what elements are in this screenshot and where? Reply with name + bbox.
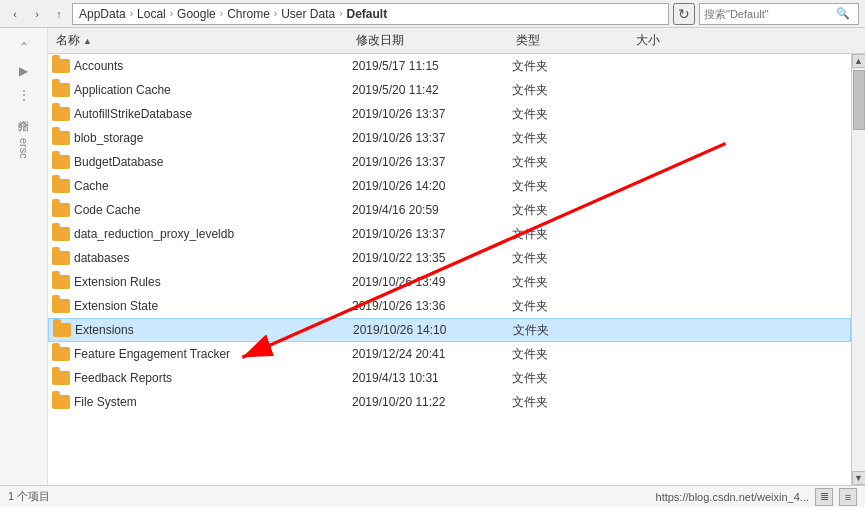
col-header-name[interactable]: 名称 ▲ bbox=[52, 32, 352, 49]
file-type: 文件夹 bbox=[512, 346, 632, 363]
file-name: BudgetDatabase bbox=[74, 155, 352, 169]
view-list-btn[interactable]: ≡ bbox=[839, 488, 857, 506]
folder-icon bbox=[52, 299, 70, 313]
search-box[interactable]: 🔍 bbox=[699, 3, 859, 25]
up-button[interactable]: ↑ bbox=[50, 5, 68, 23]
status-bar: 1 个项目 https://blog.csdn.net/weixin_4... … bbox=[0, 485, 865, 507]
file-list[interactable]: Accounts2019/5/17 11:15文件夹Application Ca… bbox=[48, 54, 851, 485]
table-row[interactable]: File System2019/10/20 11:22文件夹 bbox=[48, 390, 851, 414]
table-row[interactable]: Feedback Reports2019/4/13 10:31文件夹 bbox=[48, 366, 851, 390]
table-row[interactable]: AutofillStrikeDatabase2019/10/26 13:37文件… bbox=[48, 102, 851, 126]
breadcrumb-segment-current: Default bbox=[347, 7, 388, 21]
table-row[interactable]: data_reduction_proxy_leveldb2019/10/26 1… bbox=[48, 222, 851, 246]
col-header-size[interactable]: 大小 bbox=[632, 32, 712, 49]
table-row[interactable]: BudgetDatabase2019/10/26 13:37文件夹 bbox=[48, 150, 851, 174]
file-type: 文件夹 bbox=[512, 58, 632, 75]
file-type: 文件夹 bbox=[512, 154, 632, 171]
folder-icon bbox=[52, 179, 70, 193]
table-row[interactable]: Feature Engagement Tracker2019/12/24 20:… bbox=[48, 342, 851, 366]
sidebar-pin2-btn[interactable]: ⋮ bbox=[6, 84, 42, 106]
table-row[interactable]: Code Cache2019/4/16 20:59文件夹 bbox=[48, 198, 851, 222]
file-type: 文件夹 bbox=[512, 298, 632, 315]
search-input[interactable] bbox=[704, 8, 834, 20]
folder-icon bbox=[52, 107, 70, 121]
file-date: 2019/10/26 14:10 bbox=[353, 323, 513, 337]
forward-button[interactable]: › bbox=[28, 5, 46, 23]
file-name: Feedback Reports bbox=[74, 371, 352, 385]
folder-icon bbox=[52, 203, 70, 217]
breadcrumb-segment-chrome: Chrome bbox=[227, 7, 270, 21]
breadcrumb-segment: User Data bbox=[281, 7, 335, 21]
refresh-button[interactable]: ↻ bbox=[673, 3, 695, 25]
file-date: 2019/10/22 13:35 bbox=[352, 251, 512, 265]
left-sidebar: ⌃ ▶ ⋮ 介绍 c ersc bbox=[0, 28, 48, 485]
folder-icon bbox=[52, 251, 70, 265]
file-date: 2019/10/26 13:36 bbox=[352, 299, 512, 313]
file-list-container: Accounts2019/5/17 11:15文件夹Application Ca… bbox=[48, 54, 865, 485]
scrollbar[interactable]: ▲ ▼ bbox=[851, 54, 865, 485]
folder-icon bbox=[52, 59, 70, 73]
breadcrumb: AppData › Local › Google › Chrome › User… bbox=[72, 3, 669, 25]
search-icon: 🔍 bbox=[836, 7, 850, 20]
table-row[interactable]: Extension State2019/10/26 13:36文件夹 bbox=[48, 294, 851, 318]
table-row[interactable]: Extension Rules2019/10/26 13:49文件夹 bbox=[48, 270, 851, 294]
file-type: 文件夹 bbox=[513, 322, 633, 339]
file-date: 2019/10/26 13:49 bbox=[352, 275, 512, 289]
table-row[interactable]: Application Cache2019/5/20 11:42文件夹 bbox=[48, 78, 851, 102]
sidebar-label-intro: 介绍 bbox=[14, 108, 33, 116]
file-date: 2019/10/26 13:37 bbox=[352, 131, 512, 145]
folder-icon bbox=[52, 371, 70, 385]
sidebar-label-ersc: ersc bbox=[16, 134, 32, 163]
folder-icon bbox=[52, 83, 70, 97]
col-header-type[interactable]: 类型 bbox=[512, 32, 632, 49]
table-row[interactable]: Accounts2019/5/17 11:15文件夹 bbox=[48, 54, 851, 78]
col-header-date[interactable]: 修改日期 bbox=[352, 32, 512, 49]
file-type: 文件夹 bbox=[512, 226, 632, 243]
table-row[interactable]: blob_storage2019/10/26 13:37文件夹 bbox=[48, 126, 851, 150]
scroll-thumb[interactable] bbox=[853, 70, 865, 130]
file-name: blob_storage bbox=[74, 131, 352, 145]
file-date: 2019/10/26 14:20 bbox=[352, 179, 512, 193]
file-type: 文件夹 bbox=[512, 130, 632, 147]
view-details-btn[interactable]: ≣ bbox=[815, 488, 833, 506]
sort-arrow-icon: ▲ bbox=[83, 36, 92, 46]
file-name: Application Cache bbox=[74, 83, 352, 97]
sidebar-collapse-btn[interactable]: ⌃ bbox=[6, 36, 42, 58]
sidebar-label-c: c bbox=[16, 118, 32, 132]
table-row[interactable]: databases2019/10/22 13:35文件夹 bbox=[48, 246, 851, 270]
folder-icon bbox=[52, 131, 70, 145]
main-area: ⌃ ▶ ⋮ 介绍 c ersc 名称 ▲ 修改日期 类型 大小 bbox=[0, 28, 865, 485]
address-bar: ‹ › ↑ AppData › Local › Google › Chrome … bbox=[0, 0, 865, 28]
folder-icon bbox=[52, 395, 70, 409]
file-name: Cache bbox=[74, 179, 352, 193]
file-name: Extensions bbox=[75, 323, 353, 337]
back-button[interactable]: ‹ bbox=[6, 5, 24, 23]
table-row[interactable]: Cache2019/10/26 14:20文件夹 bbox=[48, 174, 851, 198]
breadcrumb-segment: AppData bbox=[79, 7, 126, 21]
file-name: Accounts bbox=[74, 59, 352, 73]
scroll-down-btn[interactable]: ▼ bbox=[852, 471, 866, 485]
url-display: https://blog.csdn.net/weixin_4... bbox=[656, 491, 809, 503]
file-type: 文件夹 bbox=[512, 106, 632, 123]
file-type: 文件夹 bbox=[512, 202, 632, 219]
file-name: Code Cache bbox=[74, 203, 352, 217]
breadcrumb-segment: Local bbox=[137, 7, 166, 21]
file-date: 2019/10/26 13:37 bbox=[352, 155, 512, 169]
file-date: 2019/10/26 13:37 bbox=[352, 107, 512, 121]
file-area: 名称 ▲ 修改日期 类型 大小 Accounts2019/5/17 11:15文… bbox=[48, 28, 865, 485]
file-name: data_reduction_proxy_leveldb bbox=[74, 227, 352, 241]
file-type: 文件夹 bbox=[512, 250, 632, 267]
table-row[interactable]: Extensions2019/10/26 14:10文件夹 bbox=[48, 318, 851, 342]
file-date: 2019/10/20 11:22 bbox=[352, 395, 512, 409]
folder-icon bbox=[53, 323, 71, 337]
file-date: 2019/12/24 20:41 bbox=[352, 347, 512, 361]
file-name: File System bbox=[74, 395, 352, 409]
folder-icon bbox=[52, 155, 70, 169]
sidebar-pin-btn[interactable]: ▶ bbox=[6, 60, 42, 82]
file-type: 文件夹 bbox=[512, 274, 632, 291]
file-type: 文件夹 bbox=[512, 394, 632, 411]
file-date: 2019/4/16 20:59 bbox=[352, 203, 512, 217]
file-name: AutofillStrikeDatabase bbox=[74, 107, 352, 121]
file-date: 2019/5/17 11:15 bbox=[352, 59, 512, 73]
scroll-up-btn[interactable]: ▲ bbox=[852, 54, 866, 68]
